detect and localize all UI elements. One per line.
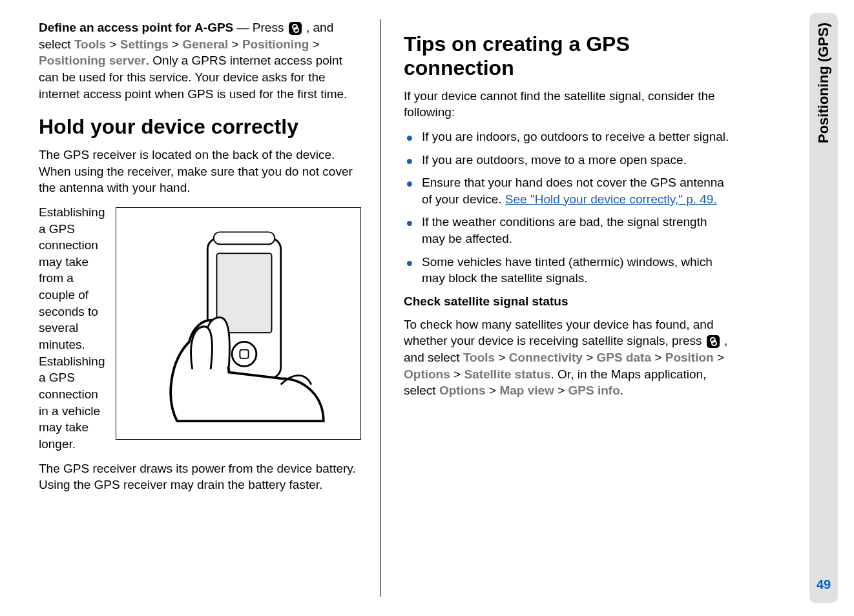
tips-intro-paragraph: If your device cannot find the satellite… <box>404 88 730 121</box>
define-access-point-paragraph: Define an access point for A-GPS — Press… <box>39 19 361 102</box>
nav2-satellite-status: Satellite status <box>464 367 550 381</box>
subheading-check-satellite: Check satellite signal status <box>404 293 730 310</box>
nav3-options: Options <box>439 384 486 397</box>
nav2-position: Position <box>665 351 714 364</box>
nav-positioning-server: Positioning server <box>39 54 146 67</box>
tip-tinted-windows: Some vehicles have tinted (athermic) win… <box>404 254 730 287</box>
right-column: Tips on creating a GPS connection If you… <box>381 19 743 597</box>
nav-general: General <box>182 37 228 51</box>
menu-key-icon <box>289 22 302 35</box>
nav3-gps-info: GPS info <box>568 384 620 397</box>
nav-settings: Settings <box>120 37 169 51</box>
image-text-block: Establishing a GPS connection may take f… <box>39 204 361 460</box>
bold-intro: Define an access point for A-GPS <box>39 21 233 34</box>
tip-weather: If the weather conditions are bad, the s… <box>404 214 730 247</box>
heading-tips-gps: Tips on creating a GPS connection <box>404 32 730 80</box>
nav2-gps-data: GPS data <box>597 351 651 364</box>
heading-hold-device: Hold your device correctly <box>39 115 361 139</box>
text-dash: — Press <box>233 21 287 34</box>
left-column: Define an access point for A-GPS — Press… <box>32 19 381 597</box>
menu-key-icon <box>707 335 720 348</box>
tips-list: If you are indoors, go outdoors to recei… <box>404 128 730 287</box>
page-content: Define an access point for A-GPS — Press… <box>0 0 854 616</box>
text-p1a: To check how many satellites your device… <box>404 318 714 348</box>
tip-outdoors: If you are outdoors, move to a more open… <box>404 152 730 169</box>
cross-ref-hold-device[interactable]: See "Hold your device correctly," p. 49. <box>505 192 717 206</box>
svg-point-2 <box>233 342 257 366</box>
nav-positioning: Positioning <box>242 37 309 51</box>
nav2-tools: Tools <box>463 351 495 364</box>
gps-battery-paragraph: The GPS receiver draws its power from th… <box>39 460 361 493</box>
side-tab-label: Positioning (GPS) <box>814 23 833 143</box>
nav3-map-view: Map view <box>499 384 554 397</box>
side-tab: Positioning (GPS) 49 <box>809 13 838 603</box>
tip-indoors: If you are indoors, go outdoors to recei… <box>404 128 730 145</box>
nav2-connectivity: Connectivity <box>509 351 583 364</box>
gps-receiver-location-paragraph: The GPS receiver is located on the back … <box>39 147 361 196</box>
hold-device-illustration <box>116 207 361 440</box>
check-satellite-paragraph: To check how many satellites your device… <box>404 316 730 399</box>
page-number: 49 <box>817 576 831 593</box>
nav-tools: Tools <box>74 37 106 51</box>
tip-antenna: Ensure that your hand does not cover the… <box>404 174 730 207</box>
text-p1d: . <box>620 384 623 397</box>
nav2-options: Options <box>404 367 450 381</box>
svg-rect-4 <box>214 232 275 244</box>
